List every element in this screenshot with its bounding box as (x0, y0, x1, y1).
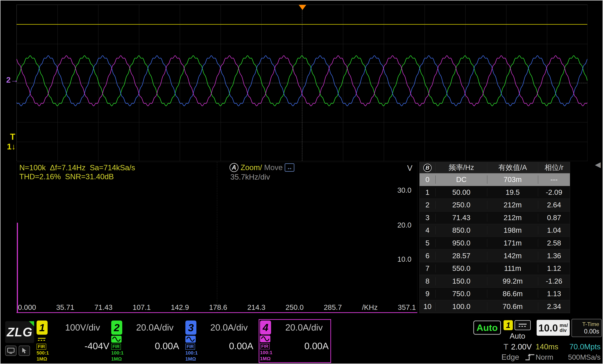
channel1-probe-info: FIR 500:1 1MΩ (36, 344, 49, 362)
harmonics-header: B 频率/Hz 有效值/A 相位/r (419, 162, 570, 173)
ac-sine-icon (260, 336, 270, 342)
trigger-level-value: 2.00V (511, 342, 532, 352)
table-row[interactable]: 7 550.0 111m 1.12 (419, 262, 570, 275)
fft-xlabel: 107.1 (133, 303, 151, 312)
fft-xlabel: 357.1 (398, 303, 416, 312)
trigger-coupling-icon[interactable] (515, 320, 531, 330)
panel-collapse-arrow[interactable]: ◀ (595, 160, 601, 169)
channel3-badge[interactable]: 3 (185, 320, 197, 335)
t-time-value: 0.00s (584, 328, 599, 335)
timebase-unit: ms/ div (559, 323, 568, 333)
table-row[interactable]: 2 250.0 212m 2.64 (419, 199, 570, 211)
fft-info-line1: N=100k Δf=7.14Hz Sa=714kSa/s (19, 163, 135, 172)
waveform-trace-ch3 (17, 56, 587, 106)
move-horizontal-icon[interactable]: ↔ (285, 163, 294, 172)
sample-rate: 500MSa/s (568, 353, 601, 361)
fft-xlabel: 71.43 (94, 303, 112, 312)
column-header-phase: 相位/r (538, 163, 570, 172)
trigger-type[interactable]: Edge (501, 353, 538, 361)
ac-sine-icon (185, 336, 196, 342)
channel1-badge[interactable]: 1 (36, 320, 47, 335)
channel4-value: 0.00A (278, 341, 330, 351)
table-row[interactable]: 10 100.0 70.6m 2.34 (419, 300, 570, 313)
fft-xlabel: 285.7 (324, 303, 342, 312)
trigger-sweep-mode: Auto (503, 332, 532, 340)
table-row[interactable]: 5 950.0 171m 2.58 (419, 237, 570, 250)
table-row[interactable]: 8 150.0 99.2m -1.26 (419, 275, 570, 288)
fft-unit-label: V (407, 163, 412, 173)
timebase-box[interactable]: 10.0 ms/ div (537, 320, 570, 336)
fft-ylabel-20: 20.0 (397, 221, 411, 229)
trigger-level[interactable]: T 2.00V (503, 342, 532, 352)
dc-coupling-icon (36, 336, 47, 342)
channel4-badge[interactable]: 4 (260, 320, 271, 334)
trigger-source-channel1-badge[interactable]: 1 (503, 320, 513, 330)
t-time-label: T-Time (582, 321, 599, 328)
fft-trace-baseline (17, 312, 417, 313)
fft-x-axis: 0.000 35.71 71.43 107.1 142.9 178.6 214.… (18, 303, 416, 312)
table-row[interactable]: 3 71.43 212m 0.87 (419, 211, 570, 224)
fft-zoom-label[interactable]: Zoom/ (241, 163, 262, 172)
ac-sine-icon (111, 336, 122, 342)
channel2-panel[interactable]: 2 FIR 100:1 1MΩ 20.0A/div 0.00A (111, 320, 180, 362)
fft-zoom-control[interactable]: A Zoom/ Move ↔ (230, 163, 294, 172)
fft-fundamental-spike (17, 223, 18, 312)
trigger-time-box[interactable]: T-Time 0.00s (571, 319, 602, 337)
trigger-level-label: T (503, 342, 508, 352)
fft-xlabel: 250.0 (286, 303, 304, 312)
channel1-value: -404V (55, 341, 110, 351)
table-row[interactable]: 0 DC 703m --- (419, 173, 570, 186)
channel2-scale: 20.0A/div (129, 322, 180, 333)
timebase-value: 10.0 (538, 322, 558, 334)
waveform-trace-ch2 (17, 56, 587, 106)
oscilloscope-screen: 2→ T 1↓ N=100k Δf=7.14Hz Sa=714kSa/s THD… (0, 0, 603, 364)
fft-xunit: /KHz (362, 303, 378, 312)
fft-center-gridline (217, 162, 217, 313)
table-row[interactable]: 1 50.00 19.5 -2.09 (419, 186, 570, 199)
zlg-logo: ZLG (5, 321, 34, 343)
fft-display[interactable]: N=100k Δf=7.14Hz Sa=714kSa/s THD=2.16% S… (16, 162, 417, 313)
rising-edge-icon (524, 353, 535, 361)
column-header-rms: 有效值/A (487, 163, 538, 172)
waveform-trace-ch4 (17, 56, 587, 106)
column-header-frequency: 频率/Hz (435, 163, 487, 172)
capture-window: 140ms (535, 342, 558, 351)
fft-ylabel-10: 10.0 (397, 255, 411, 263)
channel3-probe-info: FIR 100:1 1MΩ (185, 344, 198, 362)
channel4-probe-info: FIR 100:1 1MΩ (260, 343, 272, 362)
channel2-value: 0.00A (129, 341, 180, 351)
memory-depth: 70.0Mpts (569, 342, 601, 351)
channel1-scale: 100V/div (55, 322, 110, 333)
waveform-display[interactable] (16, 4, 588, 161)
fft-xlabel: 0.000 (18, 303, 36, 312)
channel1-panel[interactable]: 1 FIR 500:1 1MΩ 100V/div -404V (36, 320, 110, 362)
knob-b-icon[interactable]: B (423, 164, 432, 172)
channel2-position-marker[interactable]: 2→ (6, 75, 19, 84)
table-row[interactable]: 6 28.57 142m 1.36 (419, 249, 570, 262)
trigger-mode-auto-button[interactable]: Auto (473, 320, 501, 335)
touch-pointer-icon[interactable] (19, 346, 30, 356)
trigger-level-marker[interactable]: T (10, 132, 15, 142)
bottom-status-bar: ZLG 1 FIR 500:1 1MΩ (0, 318, 603, 364)
trigger-position-marker[interactable] (299, 5, 306, 10)
fft-xlabel: 142.9 (171, 303, 189, 312)
channel3-value: 0.00A (204, 341, 254, 351)
table-row[interactable]: 4 850.0 198m 1.04 (419, 224, 570, 237)
trigger-source[interactable]: 1 (503, 320, 532, 330)
channel3-panel[interactable]: 3 FIR 100:1 1MΩ 20.0A/div 0.00A (185, 320, 254, 362)
waveform-traces (17, 5, 587, 161)
fft-xlabel: 214.3 (247, 303, 265, 312)
channel2-probe-info: FIR 100:1 1MΩ (111, 344, 124, 362)
channel1-position-marker[interactable]: 1↓ (7, 142, 16, 151)
fft-move-label[interactable]: Move (264, 163, 283, 172)
trigger-type-label: Edge (501, 353, 519, 361)
channel4-panel-selected[interactable]: 4 FIR 100:1 1MΩ 20.0A/div 0.00A (259, 319, 331, 363)
fft-info-line2: THD=2.16% SNR=31.40dB (19, 172, 114, 181)
table-row[interactable]: 9 750.0 86.6m 1.13 (419, 288, 570, 300)
fft-scale-label: 35.7kHz/div (230, 173, 270, 181)
knob-a-icon[interactable]: A (230, 163, 238, 172)
channel2-badge[interactable]: 2 (111, 320, 122, 335)
harmonics-table: B 频率/Hz 有效值/A 相位/r 0 DC 703m --- 1 50.00… (419, 162, 570, 313)
channel4-scale: 20.0A/div (278, 322, 330, 333)
screenshot-icon[interactable] (5, 346, 17, 356)
